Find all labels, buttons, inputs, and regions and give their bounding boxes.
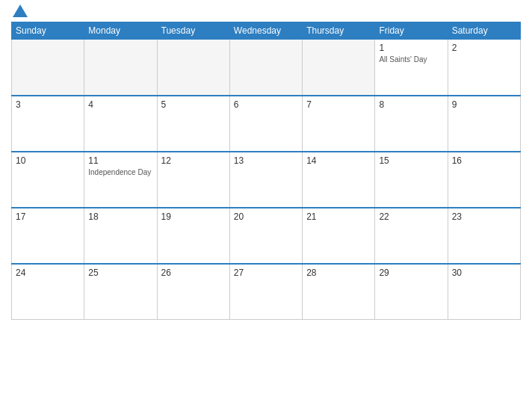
day-number: 9	[452, 99, 516, 110]
day-cell: 13	[229, 152, 302, 208]
day-cell: 6	[229, 96, 302, 152]
week-row-1: 3456789	[12, 96, 521, 152]
day-number: 27	[234, 268, 298, 278]
day-cell: 17	[12, 208, 84, 264]
day-cell: 22	[375, 208, 448, 264]
event-label: Independence Day	[88, 167, 152, 177]
day-number: 26	[161, 268, 226, 278]
day-cell: 12	[157, 152, 229, 208]
day-number: 6	[234, 99, 298, 110]
day-number: 20	[234, 211, 298, 222]
day-cell: 20	[229, 208, 302, 264]
day-cell: 23	[448, 208, 520, 264]
day-number: 11	[88, 155, 152, 166]
day-cell: 25	[84, 264, 157, 320]
day-number: 10	[16, 155, 80, 166]
day-cell: 4	[84, 96, 157, 152]
day-number: 23	[452, 211, 516, 222]
day-number: 8	[379, 99, 443, 110]
day-cell: 1All Saints' Day	[375, 40, 448, 96]
day-cell	[229, 40, 302, 96]
day-number: 19	[161, 211, 226, 222]
day-cell: 11Independence Day	[84, 152, 157, 208]
day-cell: 9	[448, 96, 520, 152]
day-cell: 7	[303, 96, 375, 152]
day-number: 30	[452, 268, 516, 278]
day-cell	[157, 40, 229, 96]
day-cell: 10	[12, 152, 84, 208]
day-cell: 28	[303, 264, 375, 320]
calendar-table: SundayMondayTuesdayWednesdayThursdayFrid…	[11, 22, 521, 320]
day-number: 28	[306, 268, 371, 278]
day-number: 18	[88, 211, 152, 222]
logo-triangle-icon	[13, 4, 28, 17]
day-number: 14	[306, 155, 371, 166]
day-cell: 18	[84, 208, 157, 264]
weekday-header-tuesday: Tuesday	[157, 22, 229, 40]
day-number: 15	[379, 155, 443, 166]
day-number: 12	[161, 155, 226, 166]
day-cell: 27	[229, 264, 302, 320]
day-cell: 8	[375, 96, 448, 152]
day-cell: 16	[448, 152, 520, 208]
day-cell	[12, 40, 84, 96]
weekday-header-saturday: Saturday	[448, 22, 520, 40]
day-cell: 29	[375, 264, 448, 320]
day-number: 13	[234, 155, 298, 166]
day-cell: 15	[375, 152, 448, 208]
logo	[11, 7, 71, 16]
day-cell: 21	[303, 208, 375, 264]
day-number: 3	[16, 99, 80, 110]
day-number: 5	[161, 99, 226, 110]
weekday-header-friday: Friday	[375, 22, 448, 40]
day-number: 4	[88, 99, 152, 110]
week-row-4: 24252627282930	[12, 264, 521, 320]
day-cell	[84, 40, 157, 96]
week-row-0: 1All Saints' Day2	[12, 40, 521, 96]
day-cell: 24	[12, 264, 84, 320]
day-number: 25	[88, 268, 152, 278]
weekday-header-sunday: Sunday	[12, 22, 84, 40]
day-number: 21	[306, 211, 371, 222]
day-number: 16	[452, 155, 516, 166]
day-number: 2	[452, 43, 516, 53]
event-label: All Saints' Day	[379, 55, 443, 64]
header	[11, 7, 521, 16]
day-cell	[303, 40, 375, 96]
day-cell: 14	[303, 152, 375, 208]
day-cell: 19	[157, 208, 229, 264]
day-number: 17	[16, 211, 80, 222]
day-cell: 3	[12, 96, 84, 152]
day-number: 24	[16, 268, 80, 278]
weekday-header-wednesday: Wednesday	[229, 22, 302, 40]
weekday-header-monday: Monday	[84, 22, 157, 40]
weekday-header-row: SundayMondayTuesdayWednesdayThursdayFrid…	[12, 22, 521, 40]
day-cell: 2	[448, 40, 520, 96]
week-row-3: 17181920212223	[12, 208, 521, 264]
day-cell: 26	[157, 264, 229, 320]
day-cell: 5	[157, 96, 229, 152]
day-number: 29	[379, 268, 443, 278]
day-number: 1	[379, 43, 443, 53]
day-cell: 30	[448, 264, 520, 320]
calendar-container: SundayMondayTuesdayWednesdayThursdayFrid…	[0, 0, 532, 411]
weekday-header-thursday: Thursday	[303, 22, 375, 40]
day-number: 7	[306, 99, 371, 110]
week-row-2: 1011Independence Day1213141516	[12, 152, 521, 208]
day-number: 22	[379, 211, 443, 222]
